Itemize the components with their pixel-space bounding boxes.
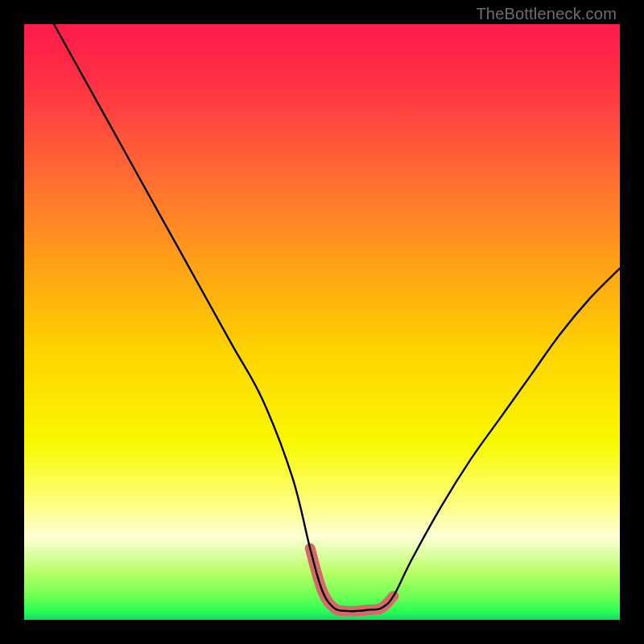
watermark-text: TheBottleneck.com [476,5,617,23]
chart-frame: TheBottleneck.com [0,0,644,644]
curve-highlight [310,548,394,611]
plot-area [24,24,620,620]
curve-layer [24,24,620,620]
bottleneck-curve [54,24,620,611]
